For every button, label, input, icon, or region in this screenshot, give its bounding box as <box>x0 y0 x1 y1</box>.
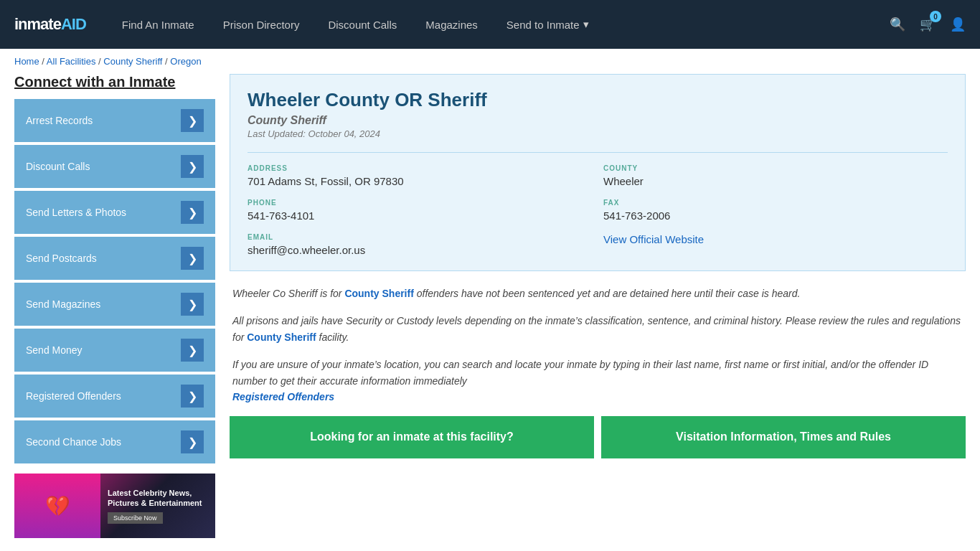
county-value: Wheeler <box>603 175 948 187</box>
site-header: inmateAID Find An Inmate Prison Director… <box>0 0 980 49</box>
county-label: COUNTY <box>603 164 948 172</box>
phone-label: PHONE <box>248 199 592 207</box>
sidebar-item-label: Send Money <box>26 344 83 356</box>
header-icons: 🔍 🛒 0 👤 <box>890 17 966 32</box>
description-para-3: If you are unsure of your inmate’s locat… <box>232 357 963 405</box>
sidebar: Connect with an Inmate Arrest Records ❯ … <box>14 74 215 538</box>
main-content: Wheeler County OR Sheriff County Sheriff… <box>230 74 966 538</box>
chevron-right-icon: ❯ <box>181 155 204 178</box>
inmate-search-button[interactable]: Looking for an inmate at this facility? <box>230 416 594 458</box>
chevron-right-icon: ❯ <box>181 247 204 270</box>
facility-type: County Sheriff <box>248 114 948 127</box>
sidebar-item-send-money[interactable]: Send Money ❯ <box>14 329 215 372</box>
fax-value: 541-763-2006 <box>603 209 948 222</box>
ad-image: 💔 <box>14 474 100 538</box>
sidebar-item-label: Second Chance Jobs <box>26 436 121 448</box>
sidebar-item-discount-calls[interactable]: Discount Calls ❯ <box>14 145 215 188</box>
cart-icon[interactable]: 🛒 0 <box>920 17 936 32</box>
email-value: sheriff@co.wheeler.or.us <box>248 244 592 256</box>
chevron-down-icon: ▾ <box>583 18 589 31</box>
nav-prison-directory[interactable]: Prison Directory <box>223 19 300 31</box>
sidebar-item-arrest-records[interactable]: Arrest Records ❯ <box>14 99 215 142</box>
breadcrumb-county-sheriff[interactable]: County Sheriff <box>103 56 162 67</box>
chevron-right-icon: ❯ <box>181 109 204 132</box>
phone-value: 541-763-4101 <box>248 209 592 222</box>
sidebar-item-second-chance-jobs[interactable]: Second Chance Jobs ❯ <box>14 420 215 463</box>
sidebar-item-send-magazines[interactable]: Send Magazines ❯ <box>14 283 215 326</box>
email-label: EMAIL <box>248 233 592 241</box>
facility-description: Wheeler Co Sheriff is for County Sheriff… <box>230 286 966 405</box>
sidebar-item-label: Arrest Records <box>26 115 93 126</box>
breadcrumb: Home / All Facilities / County Sheriff /… <box>0 49 980 74</box>
chevron-right-icon: ❯ <box>181 385 204 408</box>
nav-find-inmate[interactable]: Find An Inmate <box>122 19 194 31</box>
registered-offenders-link[interactable]: Registered Offenders <box>232 391 334 402</box>
logo[interactable]: inmateAID <box>14 15 86 34</box>
chevron-right-icon: ❯ <box>181 339 204 362</box>
nav-magazines[interactable]: Magazines <box>425 19 478 31</box>
facility-card: Wheeler County OR Sheriff County Sheriff… <box>230 74 966 271</box>
sidebar-item-registered-offenders[interactable]: Registered Offenders ❯ <box>14 375 215 418</box>
phone-group: PHONE 541-763-4101 <box>248 199 592 222</box>
sidebar-item-label: Discount Calls <box>26 161 90 172</box>
sidebar-item-send-letters[interactable]: Send Letters & Photos ❯ <box>14 191 215 234</box>
nav-discount-calls[interactable]: Discount Calls <box>328 19 397 31</box>
sidebar-title: Connect with an Inmate <box>14 74 215 90</box>
chevron-right-icon: ❯ <box>181 293 204 316</box>
chevron-right-icon: ❯ <box>181 201 204 224</box>
visitation-info-button[interactable]: Visitation Information, Times and Rules <box>601 416 966 458</box>
facility-last-updated: Last Updated: October 04, 2024 <box>248 128 948 139</box>
fax-group: FAX 541-763-2006 <box>603 199 948 222</box>
breadcrumb-oregon[interactable]: Oregon <box>170 56 201 67</box>
sidebar-item-send-postcards[interactable]: Send Postcards ❯ <box>14 237 215 280</box>
main-layout: Connect with an Inmate Arrest Records ❯ … <box>0 74 980 551</box>
description-para-2: All prisons and jails have Security or C… <box>232 313 963 345</box>
email-group: EMAIL sheriff@co.wheeler.or.us <box>248 233 592 256</box>
search-icon[interactable]: 🔍 <box>890 17 905 32</box>
facility-name: Wheeler County OR Sheriff <box>248 89 948 111</box>
cart-count-badge: 0 <box>930 11 941 22</box>
address-group: ADDRESS 701 Adams St, Fossil, OR 97830 <box>248 164 592 187</box>
county-sheriff-link-1[interactable]: County Sheriff <box>344 288 413 299</box>
sidebar-item-label: Registered Offenders <box>26 390 121 402</box>
website-group: View Official Website <box>603 233 948 256</box>
county-group: COUNTY Wheeler <box>603 164 948 187</box>
address-label: ADDRESS <box>248 164 592 172</box>
sidebar-item-label: Send Postcards <box>26 253 97 264</box>
sidebar-item-label: Send Letters & Photos <box>26 207 126 218</box>
sidebar-item-label: Send Magazines <box>26 298 100 310</box>
official-website-link[interactable]: View Official Website <box>603 233 704 245</box>
breadcrumb-home[interactable]: Home <box>14 56 39 67</box>
advertisement: 💔 Latest Celebrity News, Pictures & Ente… <box>14 474 215 538</box>
chevron-right-icon: ❯ <box>181 430 204 453</box>
fax-label: FAX <box>603 199 948 207</box>
county-sheriff-link-2[interactable]: County Sheriff <box>247 331 316 343</box>
facility-details: ADDRESS 701 Adams St, Fossil, OR 97830 C… <box>248 152 948 256</box>
bottom-buttons: Looking for an inmate at this facility? … <box>230 416 966 458</box>
main-nav: Find An Inmate Prison Directory Discount… <box>122 18 868 31</box>
ad-title: Latest Celebrity News, Pictures & Entert… <box>108 488 208 509</box>
description-para-1: Wheeler Co Sheriff is for County Sheriff… <box>232 286 963 301</box>
nav-send-to-inmate[interactable]: Send to Inmate ▾ <box>507 18 589 31</box>
user-icon[interactable]: 👤 <box>950 17 966 32</box>
ad-subscribe-button[interactable]: Subscribe Now <box>108 512 163 524</box>
address-value: 701 Adams St, Fossil, OR 97830 <box>248 175 592 187</box>
breadcrumb-all-facilities[interactable]: All Facilities <box>47 56 96 67</box>
